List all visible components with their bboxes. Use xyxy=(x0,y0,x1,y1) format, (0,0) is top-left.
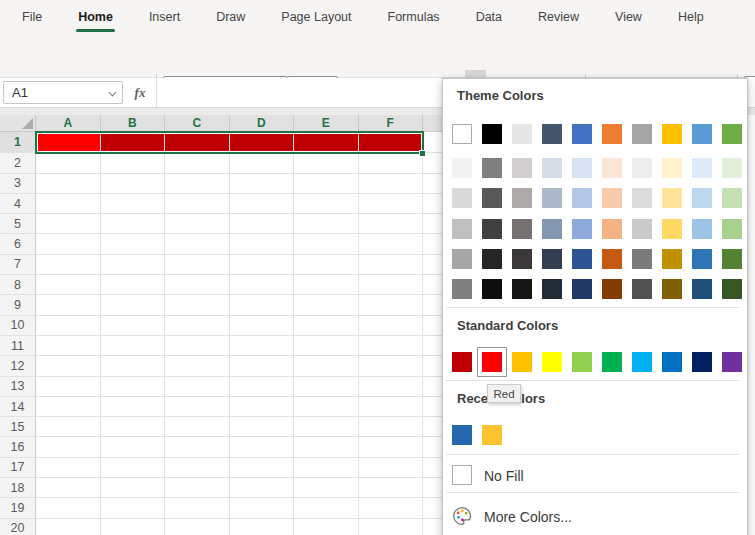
cell-F7[interactable] xyxy=(359,255,424,275)
cell-C14[interactable] xyxy=(165,397,230,417)
cell-F9[interactable] xyxy=(359,295,424,315)
cell-A4[interactable] xyxy=(36,194,101,214)
theme-color-variant-swatch[interactable] xyxy=(482,219,502,239)
tab-draw[interactable]: Draw xyxy=(216,0,245,33)
theme-color-variant-swatch[interactable] xyxy=(722,279,742,299)
tab-file[interactable]: File xyxy=(22,0,42,33)
cell-A13[interactable] xyxy=(36,377,101,397)
cell-E17[interactable] xyxy=(294,458,359,478)
cell-B20[interactable] xyxy=(101,519,166,535)
theme-color-variant-swatch[interactable] xyxy=(632,219,652,239)
cell-C3[interactable] xyxy=(165,174,230,194)
insert-function-button[interactable]: fx xyxy=(128,81,152,104)
standard-color-swatch[interactable] xyxy=(602,352,622,372)
cell-E16[interactable] xyxy=(294,437,359,457)
theme-color-variant-swatch[interactable] xyxy=(482,249,502,269)
theme-color-variant-swatch[interactable] xyxy=(572,249,592,269)
cell-D11[interactable] xyxy=(230,336,295,356)
row-header-14[interactable]: 14 xyxy=(0,397,36,417)
recent-color-swatch[interactable] xyxy=(452,425,472,445)
row-header-17[interactable]: 17 xyxy=(0,458,36,478)
cell-F15[interactable] xyxy=(359,417,424,437)
cell-B10[interactable] xyxy=(101,316,166,336)
theme-color-variant-swatch[interactable] xyxy=(722,188,742,208)
tab-help[interactable]: Help xyxy=(678,0,704,33)
cell-C13[interactable] xyxy=(165,377,230,397)
cell-F10[interactable] xyxy=(359,316,424,336)
cell-F13[interactable] xyxy=(359,377,424,397)
theme-color-variant-swatch[interactable] xyxy=(512,158,532,178)
cell-E15[interactable] xyxy=(294,417,359,437)
select-all-corner[interactable] xyxy=(0,115,36,132)
cell-B11[interactable] xyxy=(101,336,166,356)
row-header-1[interactable]: 1 xyxy=(0,132,36,153)
tab-insert[interactable]: Insert xyxy=(149,0,180,33)
standard-color-swatch[interactable] xyxy=(542,352,562,372)
tab-review[interactable]: Review xyxy=(538,0,579,33)
cell-B19[interactable] xyxy=(101,498,166,518)
cell-B13[interactable] xyxy=(101,377,166,397)
theme-color-variant-swatch[interactable] xyxy=(482,188,502,208)
column-header-E[interactable]: E xyxy=(294,115,359,132)
cell-E14[interactable] xyxy=(294,397,359,417)
cell-D9[interactable] xyxy=(230,295,295,315)
cell-B5[interactable] xyxy=(101,214,166,234)
recent-color-swatch[interactable] xyxy=(482,425,502,445)
cell-A8[interactable] xyxy=(36,275,101,295)
cell-E5[interactable] xyxy=(294,214,359,234)
row-header-7[interactable]: 7 xyxy=(0,255,36,275)
cell-E8[interactable] xyxy=(294,275,359,295)
cell-D3[interactable] xyxy=(230,174,295,194)
theme-color-variant-swatch[interactable] xyxy=(692,188,712,208)
cell-C5[interactable] xyxy=(165,214,230,234)
cell-D7[interactable] xyxy=(230,255,295,275)
row-header-4[interactable]: 4 xyxy=(0,194,36,214)
column-header-F[interactable]: F xyxy=(359,115,424,132)
theme-color-variant-swatch[interactable] xyxy=(632,158,652,178)
cell-D5[interactable] xyxy=(230,214,295,234)
cell-C8[interactable] xyxy=(165,275,230,295)
cell-D18[interactable] xyxy=(230,478,295,498)
theme-color-swatch[interactable] xyxy=(722,124,742,144)
cell-D16[interactable] xyxy=(230,437,295,457)
cell-D14[interactable] xyxy=(230,397,295,417)
row-header-6[interactable]: 6 xyxy=(0,234,36,254)
theme-color-variant-swatch[interactable] xyxy=(542,249,562,269)
cell-D12[interactable] xyxy=(230,356,295,376)
cell-A10[interactable] xyxy=(36,316,101,336)
cell-B17[interactable] xyxy=(101,458,166,478)
tab-data[interactable]: Data xyxy=(476,0,502,33)
cell-A5[interactable] xyxy=(36,214,101,234)
cell-E9[interactable] xyxy=(294,295,359,315)
cell-A2[interactable] xyxy=(36,153,101,173)
cell-B18[interactable] xyxy=(101,478,166,498)
tab-view[interactable]: View xyxy=(615,0,642,33)
theme-color-variant-swatch[interactable] xyxy=(542,219,562,239)
cell-C9[interactable] xyxy=(165,295,230,315)
cell-E19[interactable] xyxy=(294,498,359,518)
row-header-19[interactable]: 19 xyxy=(0,498,36,518)
cell-E7[interactable] xyxy=(294,255,359,275)
row-header-10[interactable]: 10 xyxy=(0,316,36,336)
theme-color-swatch[interactable] xyxy=(662,124,682,144)
theme-color-variant-swatch[interactable] xyxy=(602,219,622,239)
cell-F2[interactable] xyxy=(359,153,424,173)
cell-D10[interactable] xyxy=(230,316,295,336)
theme-color-variant-swatch[interactable] xyxy=(632,249,652,269)
standard-color-swatch[interactable] xyxy=(662,352,682,372)
theme-color-variant-swatch[interactable] xyxy=(662,219,682,239)
standard-color-swatch[interactable] xyxy=(632,352,652,372)
cell-C6[interactable] xyxy=(165,234,230,254)
cell-E6[interactable] xyxy=(294,234,359,254)
cell-F6[interactable] xyxy=(359,234,424,254)
theme-color-variant-swatch[interactable] xyxy=(692,219,712,239)
column-header-B[interactable]: B xyxy=(101,115,166,132)
cell-E20[interactable] xyxy=(294,519,359,535)
theme-color-variant-swatch[interactable] xyxy=(542,279,562,299)
cell-D4[interactable] xyxy=(230,194,295,214)
theme-color-variant-swatch[interactable] xyxy=(572,158,592,178)
cell-B14[interactable] xyxy=(101,397,166,417)
cell-D6[interactable] xyxy=(230,234,295,254)
cell-B7[interactable] xyxy=(101,255,166,275)
theme-color-variant-swatch[interactable] xyxy=(452,279,472,299)
